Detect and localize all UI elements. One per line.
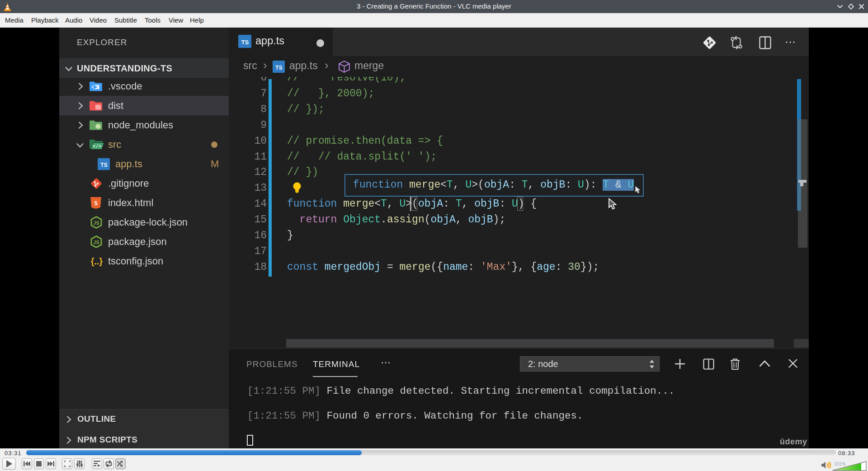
svg-text:</>: </> [93,144,102,149]
svg-text:5: 5 [94,200,97,207]
svg-text:{..}: {..} [91,256,103,266]
svg-text:JS: JS [93,220,99,226]
svg-text:TS: TS [241,39,249,46]
svg-text:JS: JS [93,240,99,245]
svg-text:TS: TS [100,162,107,168]
svg-text:TS: TS [275,65,282,71]
